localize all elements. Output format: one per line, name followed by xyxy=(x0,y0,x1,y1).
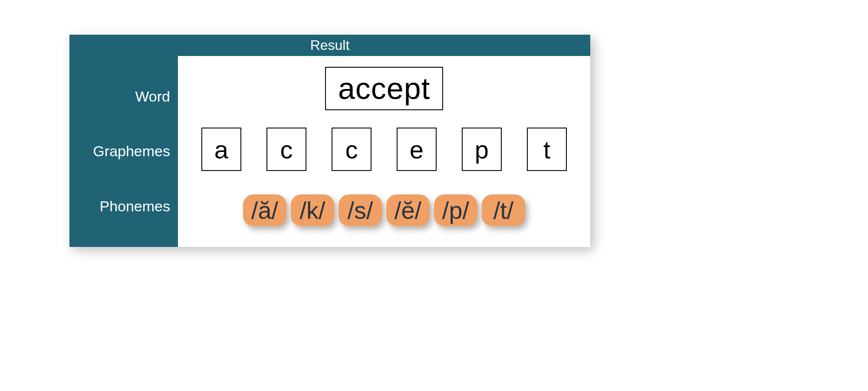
panel-content: accept a c c e p t /ă/ /k/ /s/ /ĕ/ /p/ /… xyxy=(178,56,590,247)
phoneme-box: /s/ xyxy=(339,194,382,226)
label-word: Word xyxy=(135,70,170,122)
phoneme-box: /ă/ xyxy=(243,194,286,226)
grapheme-box: p xyxy=(462,128,502,171)
grapheme-box: t xyxy=(527,128,567,171)
row-labels: Word Graphemes Phonemes xyxy=(69,56,178,247)
grapheme-box: e xyxy=(397,128,437,171)
result-panel: Result Word Graphemes Phonemes accept a … xyxy=(69,35,590,247)
word-box: accept xyxy=(325,67,443,110)
word-row: accept xyxy=(191,65,577,112)
phonemes-row: /ă/ /k/ /s/ /ĕ/ /p/ /t/ xyxy=(191,186,577,234)
panel-header: Result xyxy=(69,35,590,56)
label-graphemes: Graphemes xyxy=(93,125,170,177)
phoneme-box: /p/ xyxy=(434,194,477,226)
panel-body: Word Graphemes Phonemes accept a c c e p… xyxy=(69,56,590,247)
phoneme-box: /ĕ/ xyxy=(386,194,430,226)
label-phonemes: Phonemes xyxy=(99,181,170,233)
grapheme-box: c xyxy=(332,128,372,171)
phoneme-box: /t/ xyxy=(482,194,525,226)
grapheme-box: c xyxy=(266,128,306,171)
grapheme-box: a xyxy=(201,128,241,171)
phoneme-box: /k/ xyxy=(291,194,334,226)
graphemes-row: a c c e p t xyxy=(191,125,577,173)
